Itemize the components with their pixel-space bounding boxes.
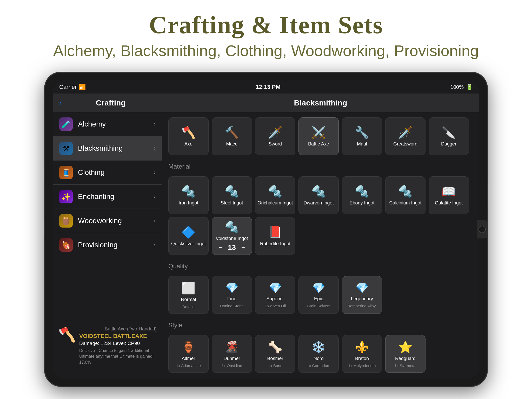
style-nord[interactable]: ❄️ Nord 1x Corundum xyxy=(298,335,339,373)
nord-sublabel: 1x Corundum xyxy=(307,363,330,368)
style-redguard[interactable]: ⭐ Redguard 1x Starmetal xyxy=(385,335,425,373)
power-button[interactable] xyxy=(487,182,488,203)
weapon-item-axe[interactable]: 🪓 Axe xyxy=(168,117,209,155)
material-quicksilver-ingot[interactable]: 🔷 Quicksilver Ingot xyxy=(168,217,209,255)
voidstone-label: Voidstone Ingot xyxy=(216,236,248,241)
material-calcinium-ingot[interactable]: 🔩 Calcinium Ingot xyxy=(385,176,425,214)
counter-decrement[interactable]: − xyxy=(216,243,225,252)
sidebar-item-label: Blacksmithing xyxy=(78,144,149,152)
quality-superior[interactable]: 💎 Superior Dwarven Oil xyxy=(255,276,295,314)
status-right: 100% 🔋 xyxy=(450,84,473,90)
steel-ingot-icon: 🔩 xyxy=(225,185,239,198)
material-grid: 🔩 Iron Ingot 🔩 Steel Ingot 🔩 Orichalcum … xyxy=(162,171,479,260)
provisioning-icon: 🍖 xyxy=(59,238,73,252)
sidebar-title: Crafting xyxy=(66,98,156,107)
nord-label: Nord xyxy=(314,356,324,361)
volume-down-button[interactable] xyxy=(44,220,45,235)
style-breton[interactable]: ⚜️ Breton 1x Molybdenum xyxy=(342,335,382,373)
material-voidstone-ingot[interactable]: 🔩 Voidstone Ingot − 13 + xyxy=(212,217,252,255)
battery-icon: 🔋 xyxy=(466,84,473,90)
dunmer-icon: 🌋 xyxy=(225,340,239,354)
ipad-screen: Carrier 📶 12:13 PM 100% 🔋 ‹ Crafting xyxy=(53,81,479,378)
quality-normal[interactable]: ⬜ Normal Default xyxy=(168,276,209,314)
style-dunmer[interactable]: 🌋 Dunmer 1x Obsidian xyxy=(212,335,252,373)
ipad-frame: Carrier 📶 12:13 PM 100% 🔋 ‹ Crafting xyxy=(45,73,487,386)
quality-section-label: Quality xyxy=(162,260,479,271)
steel-ingot-label: Steel Ingot xyxy=(221,200,243,206)
sidebar-item-label: Enchanting xyxy=(78,192,149,201)
sidebar-item-woodworking[interactable]: 🪵 Woodworking › xyxy=(53,209,162,233)
sidebar: ‹ Crafting 🧪 Alchemy › ⚒ Blacksmithing › xyxy=(53,94,162,378)
material-ebony-ingot[interactable]: 🔩 Ebony Ingot xyxy=(342,176,382,214)
chevron-icon: › xyxy=(154,193,156,200)
style-section-label: Style xyxy=(162,319,479,330)
weapon-grid: 🪓 Axe 🔨 Mace 🗡️ Sword ⚔️ Battle Axe xyxy=(162,112,479,160)
material-section-label: Material xyxy=(162,160,479,171)
weapon-item-battle-axe[interactable]: ⚔️ Battle Axe xyxy=(298,117,339,155)
altmer-label: Altmer xyxy=(182,356,195,361)
weapon-item-maul[interactable]: 🔧 Maul xyxy=(342,117,382,155)
back-button[interactable]: ‹ xyxy=(59,99,62,107)
weapon-item-mace[interactable]: 🔨 Mace xyxy=(212,117,252,155)
sidebar-item-enchanting[interactable]: ✨ Enchanting › xyxy=(53,185,162,209)
material-steel-ingot[interactable]: 🔩 Steel Ingot xyxy=(212,176,252,214)
style-altmer[interactable]: 🏺 Altmer 1x Adamantite xyxy=(168,335,209,373)
dagger-icon: 🔪 xyxy=(442,126,456,139)
sword-label: Sword xyxy=(269,141,282,147)
epic-sublabel: Grain Solvent xyxy=(307,304,330,308)
style-bosmer[interactable]: 🦴 Bosmer 1x Bone xyxy=(255,335,295,373)
ebony-icon: 🔩 xyxy=(355,185,369,198)
greatsword-icon: 🗡️ xyxy=(398,126,413,139)
breton-icon: ⚜️ xyxy=(355,340,369,354)
sidebar-item-label: Alchemy xyxy=(78,120,149,128)
dunmer-label: Dunmer xyxy=(223,356,240,361)
sword-icon: 🗡️ xyxy=(268,126,282,139)
maul-icon: 🔧 xyxy=(355,126,369,139)
home-button-inner xyxy=(478,226,486,233)
material-iron-ingot[interactable]: 🔩 Iron Ingot xyxy=(168,176,209,214)
material-dwarven-ingot[interactable]: 🔩 Dwarven Ingot xyxy=(298,176,339,214)
material-rubedite-ingot[interactable]: 📕 Rubedite Ingot xyxy=(255,217,295,255)
normal-sublabel: Default xyxy=(182,304,195,309)
battery-percent: 100% xyxy=(450,84,464,90)
page-title: Crafting & Item Sets xyxy=(5,10,527,39)
quality-legendary[interactable]: 💎 Legendary Tempering Alloy xyxy=(342,276,382,314)
axe-label: Axe xyxy=(184,141,192,147)
home-button[interactable] xyxy=(477,220,487,238)
material-orichalcum-ingot[interactable]: 🔩 Orichalcum Ingot xyxy=(255,176,295,214)
main-content: Blacksmithing 🪓 Axe 🔨 Mace 🗡️ Sword xyxy=(162,94,479,378)
breton-label: Breton xyxy=(355,356,369,361)
sidebar-item-provisioning[interactable]: 🍖 Provisioning › xyxy=(53,233,162,257)
fine-icon: 💎 xyxy=(225,282,238,294)
weapon-item-dagger[interactable]: 🔪 Dagger xyxy=(429,117,469,155)
weapon-item-sword[interactable]: 🗡️ Sword xyxy=(255,117,295,155)
superior-label: Superior xyxy=(266,296,284,302)
counter-increment[interactable]: + xyxy=(239,243,247,252)
legendary-label: Legendary xyxy=(351,296,373,302)
sidebar-item-label: Provisioning xyxy=(78,241,149,249)
clothing-icon: 🧵 xyxy=(59,166,73,179)
normal-label: Normal xyxy=(181,297,196,302)
blacksmithing-icon: ⚒ xyxy=(59,142,73,155)
sidebar-item-blacksmithing[interactable]: ⚒ Blacksmithing › xyxy=(53,136,162,161)
quality-epic[interactable]: 💎 Epic Grain Solvent xyxy=(298,276,339,314)
volume-up-button[interactable] xyxy=(44,167,45,182)
weapon-item-greatsword[interactable]: 🗡️ Greatsword xyxy=(385,117,425,155)
quicksilver-icon: 🔷 xyxy=(181,225,196,239)
normal-icon: ⬜ xyxy=(181,281,196,295)
dunmer-sublabel: 1x Obsidian xyxy=(222,363,242,368)
sidebar-item-clothing[interactable]: 🧵 Clothing › xyxy=(53,161,162,185)
nord-icon: ❄️ xyxy=(311,340,326,354)
quality-fine[interactable]: 💎 Fine Honing Stone xyxy=(212,276,252,314)
enchanting-icon: ✨ xyxy=(59,190,73,203)
woodworking-icon: 🪵 xyxy=(59,214,73,228)
counter-value: 13 xyxy=(228,243,236,252)
chevron-icon: › xyxy=(154,242,156,248)
chevron-icon: › xyxy=(154,217,156,224)
sidebar-item-alchemy[interactable]: 🧪 Alchemy › xyxy=(53,112,162,136)
app-container: ‹ Crafting 🧪 Alchemy › ⚒ Blacksmithing › xyxy=(53,94,479,378)
chevron-icon: › xyxy=(154,121,156,128)
battle-axe-label: Battle Axe xyxy=(308,141,329,147)
material-galatite-ingot[interactable]: 📖 Galatite Ingot xyxy=(429,176,469,214)
greatsword-label: Greatsword xyxy=(393,141,417,147)
